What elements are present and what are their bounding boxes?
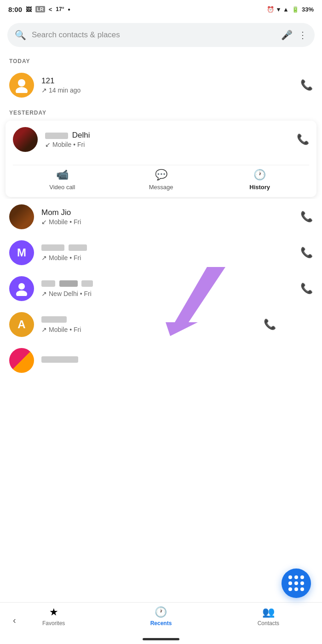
video-call-icon: 📹 (56, 169, 69, 181)
contacts-label: Contacts (258, 620, 279, 627)
recents-label: Recents (150, 620, 172, 627)
call-item[interactable]: A ↗ Mobile • Fri 📞 (0, 307, 322, 342)
photo-icon: 🖼 (26, 6, 32, 13)
outgoing-arrow: ↗ (41, 254, 47, 261)
call-item[interactable]: 121 ↗ 14 min ago 📞 (0, 67, 322, 103)
svg-point-3 (16, 290, 27, 296)
svg-point-0 (18, 79, 25, 87)
call-phone-button[interactable]: 📞 (300, 211, 313, 223)
expanded-actions: 📹 Video call 💬 Message 🕐 History (13, 165, 309, 191)
avatar: M (9, 240, 34, 265)
call-phone-button[interactable]: 📞 (300, 79, 313, 91)
bottom-nav: ★ Favorites 🕐 Recents 👥 Contacts (0, 602, 322, 629)
call-phone-button-delhi[interactable]: 📞 (297, 133, 309, 145)
call-item[interactable]: M ↗ Mobile • Fri 📞 (0, 235, 322, 271)
incoming-arrow: ↙ (45, 141, 51, 148)
call-detail: ↗ 14 min ago (41, 87, 293, 94)
search-placeholder: Search contacts & places (32, 30, 276, 40)
video-call-button[interactable]: 📹 Video call (13, 169, 112, 191)
person-svg (14, 281, 29, 296)
history-button[interactable]: 🕐 History (210, 169, 309, 191)
call-item[interactable]: ↗ New Delhi • Fri 📞 (0, 271, 322, 307)
history-icon: 🕐 (253, 169, 266, 181)
alarm-icon: ⏰ (267, 6, 274, 13)
call-item-expanded[interactable]: Delhi ↙ Mobile • Fri 📞 📹 Video call 💬 Me… (6, 121, 316, 197)
share-icon: < (49, 6, 52, 13)
call-phone-button[interactable]: 📞 (300, 283, 313, 295)
recents-icon: 🕐 (155, 606, 167, 618)
blurred-name (41, 316, 67, 323)
wifi-icon: ▾ (277, 6, 280, 13)
status-bar: 8:00 🖼 LR < 17° • ⏰ ▾ ▲ 🔋 33% (0, 0, 322, 18)
search-bar[interactable]: 🔍 Search contacts & places 🎤 ⋮ (7, 23, 315, 47)
call-name (41, 316, 256, 325)
call-info: Mom Jio ↙ Mobile • Fri (41, 208, 293, 226)
nav-recents[interactable]: 🕐 Recents (107, 606, 214, 627)
favorites-label: Favorites (42, 620, 65, 627)
call-detail: ↗ New Delhi • Fri (41, 290, 293, 297)
svg-point-2 (18, 283, 25, 290)
search-icon: 🔍 (15, 29, 26, 41)
avatar-pink (9, 348, 34, 373)
nav-favorites[interactable]: ★ Favorites (0, 606, 107, 627)
avatar (9, 73, 34, 98)
blurred-name2 (69, 244, 87, 251)
dialpad-fab[interactable] (282, 569, 311, 598)
incoming-arrow: ↙ (41, 218, 47, 226)
call-info: 121 ↗ 14 min ago (41, 76, 293, 94)
call-detail: ↙ Mobile • Fri (41, 218, 293, 226)
call-item[interactable]: Mom Jio ↙ Mobile • Fri 📞 (0, 199, 322, 235)
avatar-momjio (9, 204, 34, 229)
person-svg (14, 77, 29, 93)
outgoing-arrow: ↗ (41, 326, 47, 333)
lr-icon: LR (35, 6, 45, 12)
call-detail: ↙ Mobile • Fri (45, 141, 289, 148)
favorites-icon: ★ (49, 606, 58, 618)
call-name: Mom Jio (41, 208, 293, 217)
call-name (41, 356, 313, 365)
yesterday-label: YESTERDAY (0, 103, 322, 119)
call-item-top: Delhi ↙ Mobile • Fri 📞 (13, 127, 309, 152)
blurred-name2 (59, 280, 78, 287)
outgoing-arrow: ↗ (41, 87, 47, 94)
status-icons: ⏰ ▾ ▲ 🔋 33% (267, 6, 314, 13)
mic-icon[interactable]: 🎤 (281, 29, 293, 41)
search-bar-container: 🔍 Search contacts & places 🎤 ⋮ (0, 18, 322, 52)
call-info: ↗ New Delhi • Fri (41, 280, 293, 297)
nav-contacts[interactable]: 👥 Contacts (215, 606, 322, 627)
today-label: TODAY (0, 52, 322, 67)
call-info (41, 356, 313, 365)
avatar: A (9, 312, 34, 337)
blurred-name3 (81, 280, 93, 287)
call-detail: ↗ Mobile • Fri (41, 326, 256, 333)
back-button[interactable]: ‹ (13, 615, 16, 626)
call-phone-button[interactable]: 📞 (300, 247, 313, 259)
message-icon: 💬 (155, 169, 167, 181)
message-label: Message (149, 184, 173, 191)
call-item[interactable] (0, 342, 322, 375)
outgoing-arrow: ↗ (41, 290, 47, 297)
video-call-label: Video call (49, 184, 75, 191)
call-detail: ↗ Mobile • Fri (41, 254, 293, 261)
history-label: History (249, 184, 270, 191)
blurred-name (45, 133, 68, 139)
blurred-name (41, 244, 64, 251)
call-info: Delhi ↙ Mobile • Fri (45, 131, 289, 148)
battery-icon: 🔋 (292, 6, 299, 13)
dot-icon: • (68, 6, 70, 13)
avatar-delhi (13, 127, 38, 152)
dialpad-icon (288, 575, 304, 591)
call-name (41, 244, 293, 253)
avatar-letter: M (17, 246, 26, 259)
svg-point-1 (16, 87, 28, 93)
call-name: 121 (41, 76, 293, 86)
call-name-delhi: Delhi (45, 131, 289, 140)
message-button[interactable]: 💬 Message (112, 169, 211, 191)
blurred-name (41, 280, 55, 287)
contacts-icon: 👥 (262, 606, 275, 618)
call-info: ↗ Mobile • Fri (41, 316, 256, 333)
blurred-name (41, 356, 78, 363)
call-name (41, 280, 293, 289)
more-options-icon[interactable]: ⋮ (298, 29, 307, 41)
call-phone-button[interactable]: 📞 (264, 319, 276, 331)
